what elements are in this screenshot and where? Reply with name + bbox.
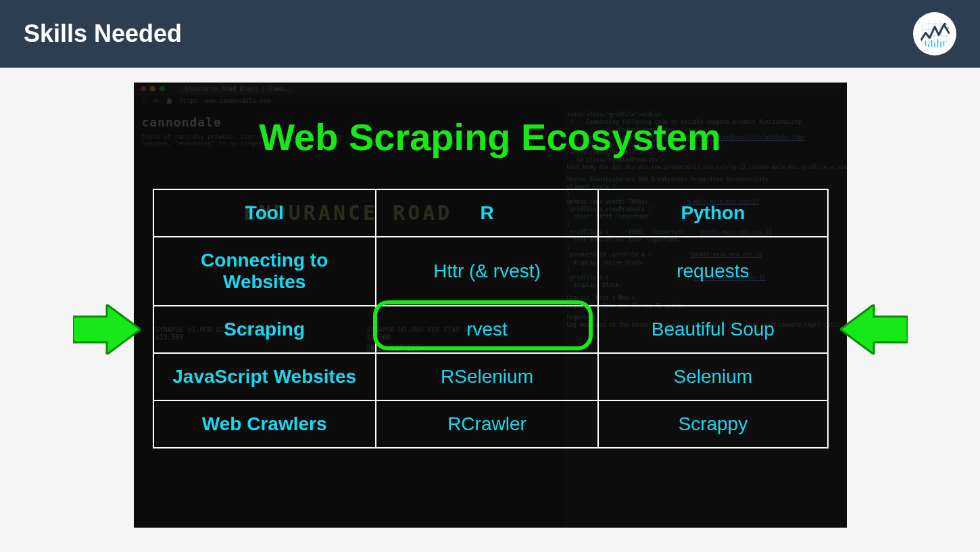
cell-r: rvest [376,306,598,353]
arrow-left-icon [840,304,908,354]
window-minimize-icon [150,86,155,91]
table-row: Scraping rvest Beautiful Soup [153,306,828,353]
th-tool: Tool [153,189,376,237]
window-close-icon [141,86,146,91]
cell-tool: Web Crawlers [153,400,376,448]
svg-marker-19 [73,304,141,354]
url-host: www.cannondale.com [205,97,271,104]
slide-main-title: Web Scraping Ecosystem [134,115,847,159]
cell-python: requests [598,237,827,306]
cell-r: RSelenium [376,353,598,400]
window-zoom-icon [160,86,165,91]
slide-body: Endurance Road Bikes | Cann… ← ⟳ 🔒 https… [0,68,980,552]
browser-tab: Endurance Road Bikes | Cann… [178,84,295,93]
th-python: Python [598,189,827,237]
cell-tool: Connecting to Websites [153,237,376,306]
cell-python: Selenium [598,353,827,400]
page-title: Skills Needed [24,20,182,48]
table-row: Connecting to Websites Httr (& rvest) re… [153,237,828,306]
svg-marker-20 [840,304,908,354]
arrow-right-icon [73,304,141,354]
cell-tool: JavaScript Websites [153,353,376,400]
back-icon: ← [143,97,147,104]
table-row: Web Crawlers RCrawler Scrappy [153,400,828,448]
table-header-row: Tool R Python [153,189,828,237]
slide-header: Skills Needed [0,0,980,68]
cell-tool: Scraping [153,306,376,353]
brand-logo [913,12,956,55]
th-r: R [376,189,598,237]
cell-python: Scrappy [598,400,827,448]
lock-icon: 🔒 [166,97,173,104]
cell-r: Httr (& rvest) [376,237,598,306]
cell-r: RCrawler [376,400,598,448]
reload-icon: ⟳ [153,97,159,104]
ecosystem-table: Tool R Python Connecting to Websites Htt… [153,189,829,448]
slide-stage: Endurance Road Bikes | Cann… ← ⟳ 🔒 https… [134,83,847,528]
cell-python: Beautiful Soup [598,306,827,353]
browser-url-bar: ← ⟳ 🔒 https www.cannondale.com [134,95,847,107]
url-scheme: https [180,97,198,104]
browser-tabbar: Endurance Road Bikes | Cann… [134,83,847,95]
table-row: JavaScript Websites RSelenium Selenium [153,353,828,400]
